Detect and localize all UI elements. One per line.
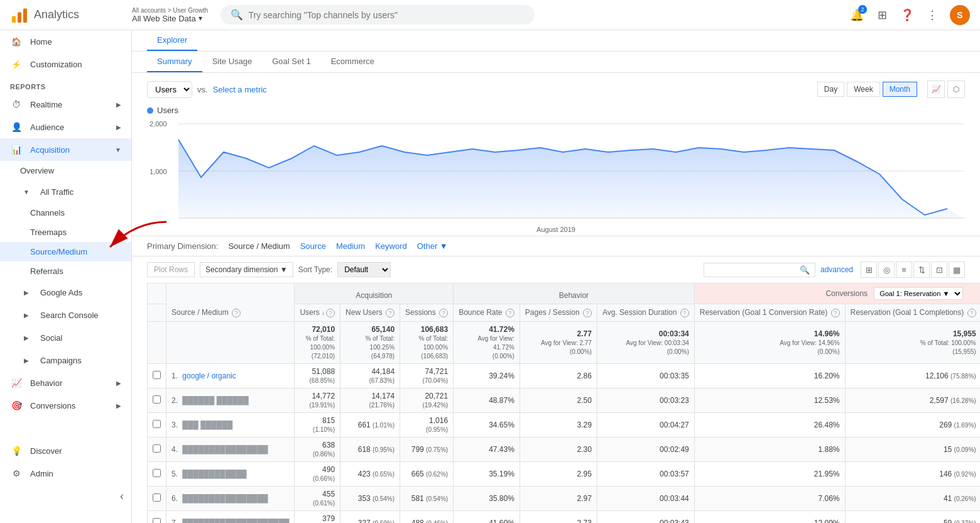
sidebar-item-social[interactable]: ▶ Social bbox=[0, 326, 131, 349]
pages-info-icon[interactable]: ? bbox=[583, 309, 592, 317]
row-bounce-0: 39.24% bbox=[454, 364, 520, 388]
row-check-4[interactable] bbox=[153, 469, 161, 477]
global-search-bar[interactable]: 🔍 bbox=[220, 5, 535, 25]
sessions-info-icon[interactable]: ? bbox=[439, 309, 448, 317]
table-search-input[interactable] bbox=[709, 265, 797, 274]
dim-keyword[interactable]: Keyword bbox=[375, 241, 407, 251]
row-check-6[interactable] bbox=[153, 518, 161, 523]
sidebar-item-google-ads[interactable]: ▶ Google Ads bbox=[0, 281, 131, 304]
sidebar-item-campaigns[interactable]: ▶ Campaigns bbox=[0, 349, 131, 372]
month-button[interactable]: Month bbox=[883, 82, 917, 97]
apps-grid-button[interactable]: ⊞ bbox=[874, 8, 890, 23]
sort-type-select[interactable]: Default Weighted bbox=[337, 262, 391, 277]
sidebar-item-channels[interactable]: Channels bbox=[0, 203, 131, 223]
th-sessions[interactable]: Sessions ? bbox=[400, 304, 454, 322]
explorer-tab[interactable]: Explorer bbox=[147, 30, 197, 51]
data-table-view-icon[interactable]: ⊞ bbox=[861, 262, 877, 278]
th-avg-duration[interactable]: Avg. Session Duration ? bbox=[597, 304, 694, 322]
row-checkbox-2[interactable] bbox=[148, 413, 166, 438]
row-check-1[interactable] bbox=[153, 395, 161, 404]
sidebar-collapse-button[interactable]: ‹ bbox=[0, 485, 131, 508]
help-button[interactable]: ❓ bbox=[900, 8, 915, 23]
row-check-0[interactable] bbox=[153, 371, 161, 379]
account-name-selector[interactable]: All Web Site Data ▾ bbox=[132, 14, 208, 23]
completions-info-icon[interactable]: ? bbox=[967, 309, 976, 317]
sidebar-item-overview[interactable]: Overview bbox=[0, 161, 131, 180]
source-link-0[interactable]: google / organic bbox=[182, 372, 236, 380]
table-search-box[interactable]: 🔍 bbox=[704, 263, 815, 277]
tab-site-usage[interactable]: Site Usage bbox=[202, 52, 263, 72]
pie-chart-icon[interactable]: ⬡ bbox=[947, 80, 965, 98]
row-checkbox-1[interactable] bbox=[148, 388, 166, 413]
sidebar-item-conversions[interactable]: 🎯 Conversions ▶ bbox=[0, 394, 131, 417]
row-checkbox-4[interactable] bbox=[148, 462, 166, 487]
sidebar-label-customization: Customization bbox=[30, 60, 82, 69]
sidebar-item-source-medium[interactable]: Source/Medium bbox=[0, 242, 131, 262]
th-conv-rate[interactable]: Reservation (Goal 1 Conversion Rate) ? bbox=[694, 304, 845, 322]
dim-other[interactable]: Other ▼ bbox=[417, 241, 448, 251]
table-search-icon[interactable]: 🔍 bbox=[800, 265, 810, 275]
more-options-button[interactable]: ⋮ bbox=[925, 8, 940, 23]
sidebar-item-treemaps[interactable]: Treemaps bbox=[0, 223, 131, 242]
row-check-5[interactable] bbox=[153, 493, 161, 502]
users-info-icon[interactable]: ? bbox=[326, 309, 335, 317]
day-button[interactable]: Day bbox=[817, 82, 844, 97]
th-pages-session[interactable]: Pages / Session ? bbox=[520, 304, 597, 322]
tab-goal-set-1[interactable]: Goal Set 1 bbox=[262, 52, 320, 72]
row-checkbox-6[interactable] bbox=[148, 511, 166, 524]
row-checkbox-5[interactable] bbox=[148, 487, 166, 511]
th-completions[interactable]: Reservation (Goal 1 Completions) ? bbox=[845, 304, 980, 322]
sidebar-item-referrals[interactable]: Referrals bbox=[0, 262, 131, 281]
advanced-link[interactable]: advanced bbox=[820, 265, 853, 274]
sidebar-item-search-console[interactable]: ▶ Search Console bbox=[0, 304, 131, 326]
search-input[interactable] bbox=[248, 10, 525, 20]
week-button[interactable]: Week bbox=[847, 82, 879, 97]
comparison-view-icon[interactable]: ⇅ bbox=[913, 262, 930, 278]
metric-selector[interactable]: Users bbox=[147, 81, 192, 98]
sidebar-item-audience[interactable]: 👤 Audience ▶ bbox=[0, 116, 131, 138]
plot-rows-button[interactable]: Plot Rows bbox=[147, 262, 195, 277]
sidebar-item-behavior[interactable]: 📈 Behavior ▶ bbox=[0, 372, 131, 394]
help-icon: ❓ bbox=[900, 8, 914, 22]
sidebar-item-admin[interactable]: ⚙ Admin bbox=[0, 462, 131, 485]
sidebar-item-all-traffic[interactable]: ▼ All Traffic bbox=[0, 180, 131, 203]
tab-ecommerce[interactable]: Ecommerce bbox=[321, 52, 384, 72]
sidebar-item-discover[interactable]: 💡 Discover bbox=[0, 439, 131, 462]
sidebar-item-customization[interactable]: ⚡ Customization bbox=[0, 53, 131, 75]
dim-source[interactable]: Source bbox=[300, 241, 326, 251]
performance-view-icon[interactable]: ≡ bbox=[896, 262, 912, 278]
user-avatar[interactable]: S bbox=[950, 5, 970, 25]
th-source-medium[interactable]: Source / Medium ? bbox=[166, 284, 295, 322]
row-checkbox-0[interactable] bbox=[148, 364, 166, 388]
pie-view-icon[interactable]: ◎ bbox=[878, 262, 895, 278]
dim-medium[interactable]: Medium bbox=[336, 241, 365, 251]
row-conv-rate-0: 16.20% bbox=[694, 364, 845, 388]
pivot-view-icon[interactable]: ⊡ bbox=[931, 262, 947, 278]
duration-info-icon[interactable]: ? bbox=[680, 309, 689, 317]
totals-duration: 00:03:34 Avg for View: 00:03:34(0.00%) bbox=[597, 322, 694, 364]
th-users[interactable]: Users ↓? bbox=[295, 304, 340, 322]
sidebar-item-home[interactable]: 🏠 Home bbox=[0, 30, 131, 53]
new-users-info-icon[interactable]: ? bbox=[386, 309, 395, 317]
tab-summary[interactable]: Summary bbox=[147, 52, 202, 72]
row-check-3[interactable] bbox=[153, 444, 161, 453]
totals-pages: 2.77 Avg for View: 2.77(0.00%) bbox=[520, 322, 597, 364]
sidebar-label-campaigns: Campaigns bbox=[40, 356, 82, 365]
th-bounce-rate[interactable]: Bounce Rate ? bbox=[454, 304, 520, 322]
secondary-dimension-button[interactable]: Secondary dimension ▼ bbox=[200, 262, 293, 277]
notification-bell-button[interactable]: 🔔 2 bbox=[849, 8, 864, 23]
row-check-2[interactable] bbox=[153, 420, 161, 428]
bounce-info-icon[interactable]: ? bbox=[506, 309, 514, 317]
th-new-users[interactable]: New Users ? bbox=[340, 304, 400, 322]
lifetime-view-icon[interactable]: ▦ bbox=[949, 262, 965, 278]
select-metric-link[interactable]: Select a metric bbox=[213, 85, 267, 94]
row-checkbox-3[interactable] bbox=[148, 438, 166, 462]
account-selector[interactable]: All accounts > User Growth All Web Site … bbox=[132, 7, 208, 23]
conv-rate-info-icon[interactable]: ? bbox=[831, 309, 840, 317]
source-medium-info-icon[interactable]: ? bbox=[232, 309, 241, 317]
sidebar-item-acquisition[interactable]: 📊 Acquisition ▼ bbox=[0, 138, 131, 161]
line-chart-icon[interactable]: 📈 bbox=[927, 80, 945, 98]
sidebar-item-realtime[interactable]: ⏱ Realtime ▶ bbox=[0, 93, 131, 116]
goal-select[interactable]: Goal 1: Reservation ▼ bbox=[874, 287, 963, 300]
dim-source-medium[interactable]: Source / Medium bbox=[228, 241, 290, 251]
